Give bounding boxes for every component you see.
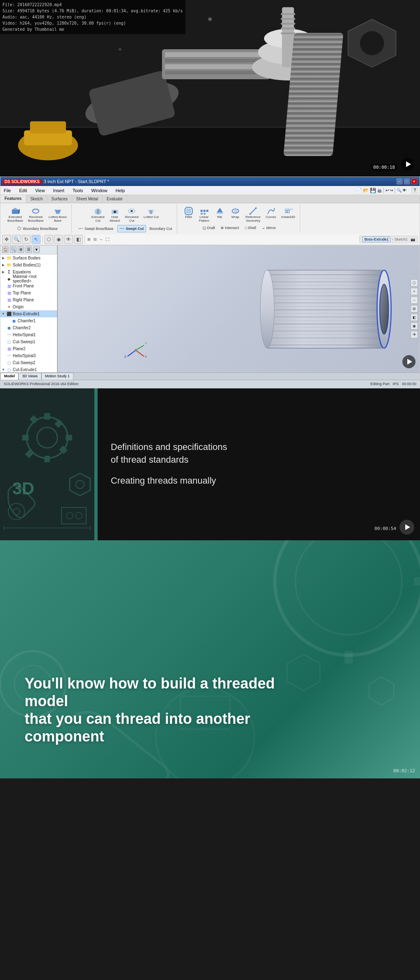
pan-button[interactable]: ✥ — [2, 235, 11, 244]
swept-boss-base-button[interactable]: 〰 Swept Boss/Base — [76, 225, 116, 232]
icon-1[interactable]: ⊞ — [87, 237, 91, 241]
menu-tools[interactable]: Tools — [71, 188, 85, 193]
tree-item-cut-sweep1[interactable]: ◻ Cut-Sweep1 — [0, 338, 57, 345]
label-helix-spiral3: Helix/Spiral3 — [13, 353, 36, 358]
menu-insert[interactable]: Insert — [51, 188, 66, 193]
select-btn[interactable]: ↖ — [32, 235, 41, 244]
fillet-button[interactable]: Fillet — [181, 205, 196, 224]
toolbar-open[interactable]: 📂 — [363, 188, 369, 193]
tree-item-surface-bodies[interactable]: ▶ 📁 Surface Bodies — [0, 255, 57, 262]
zoom-out-btn[interactable]: − — [411, 296, 418, 304]
tab-features[interactable]: Features — [0, 195, 26, 203]
svg-rect-42 — [186, 209, 191, 213]
tree-item-cut-sweep2[interactable]: ◻ Cut-Sweep2 — [0, 359, 57, 366]
intersect-button[interactable]: ⊕ Intersect — [219, 225, 241, 231]
icon-3[interactable]: ↔ — [99, 237, 103, 241]
wrap-button[interactable]: W Wrap — [228, 205, 243, 224]
zoom-fit-btn[interactable]: ⊞ — [411, 305, 418, 312]
rib-button[interactable]: Rib — [212, 205, 227, 224]
toolbar-new[interactable]: 📄 — [356, 188, 362, 193]
expand-helix-spiral1 — [1, 333, 5, 337]
extruded-boss-base-button[interactable]: ExtrudedBoss/Base — [5, 205, 25, 224]
path-camera-icon[interactable]: 📷 — [411, 237, 415, 241]
tree-item-plane2[interactable]: ▦ Plane2 — [0, 345, 57, 352]
tree-item-boss-extrude1[interactable]: ▼ ⬛ Boss-Extrude1 — [0, 310, 57, 317]
tab-sketch[interactable]: Sketch — [26, 195, 48, 203]
tab-sheet-metal[interactable]: Sheet Metal — [72, 195, 103, 203]
tree-item-helix-spiral1[interactable]: 〰 Helix/Spiral1 — [0, 331, 57, 338]
tree-expand-btn[interactable]: ▼ — [33, 246, 40, 253]
view-hide-btn[interactable]: 👁 — [411, 331, 418, 338]
hole-wizard-button[interactable]: HoleWizard — [107, 205, 122, 224]
tab-evaluate[interactable]: Evaluate — [103, 195, 127, 203]
tree-item-chamfer1[interactable]: ◼ Chamfer1 — [0, 317, 57, 324]
revolved-boss-base-button[interactable]: RevolvedBoss/Base — [26, 205, 46, 224]
curves-button[interactable]: Curves — [264, 205, 278, 224]
zoom-btn[interactable]: 🔍 — [12, 235, 21, 244]
path-item-boss[interactable]: Boss-Extrude1 — [362, 236, 390, 242]
menu-edit[interactable]: Edit — [18, 188, 29, 193]
shell-button[interactable]: □ Shell — [243, 225, 258, 231]
lofted-boss-base-button[interactable]: Lofted Boss/Base — [47, 205, 69, 224]
revolved-cut-button[interactable]: RevolvedCut — [123, 205, 141, 224]
tree-item-top-plane[interactable]: ▦ Top Plane — [0, 289, 57, 296]
swept-cut-button[interactable]: 〰 Swept Cut — [117, 225, 146, 232]
hide-show-btn[interactable]: 👁 — [64, 235, 73, 244]
tree-item-cut-extrude1[interactable]: ▼ ◻ Cut-Extrude1 — [0, 366, 57, 372]
toolbar-separator-2 — [395, 188, 395, 193]
icon-2[interactable]: ⊟ — [94, 237, 97, 241]
fillet-buttons: Fillet LinearPattern Rib W — [181, 205, 297, 224]
intro-play-button[interactable] — [399, 520, 414, 535]
toolbar-save[interactable]: 💾 — [370, 188, 376, 193]
tree-item-solid-bodies[interactable]: ▶ 📁 Solid Bodies(1) — [0, 262, 57, 269]
view-3d-btn[interactable]: ◉ — [411, 322, 418, 330]
extruded-cut-button[interactable]: ExtrudedCut — [89, 205, 107, 224]
tab-3d-views[interactable]: 3D Views — [18, 373, 41, 380]
tab-motion-study[interactable]: Motion Study 1 — [41, 373, 73, 380]
view-select[interactable]: 👁 — [402, 188, 406, 193]
zoom-select[interactable]: 🔍 — [397, 188, 402, 193]
draft-button[interactable]: ◱ Draft — [201, 225, 217, 231]
menu-file[interactable]: File — [2, 188, 13, 193]
lofted-cut-button[interactable]: Lofted Cut — [142, 205, 161, 224]
linear-pattern-button[interactable]: LinearPattern — [197, 205, 212, 224]
svg-rect-96 — [44, 413, 50, 420]
toolbar-print[interactable]: 🖨️ — [377, 188, 382, 193]
tab-model[interactable]: Model — [0, 373, 18, 380]
minimize-button[interactable]: ─ — [397, 179, 402, 184]
tree-search-btn[interactable]: 🔍 — [10, 246, 16, 253]
maximize-button[interactable]: □ — [404, 179, 410, 184]
tree-item-front-plane[interactable]: ▦ Front Plane — [0, 282, 57, 289]
menu-window[interactable]: Window — [90, 188, 109, 193]
tab-surfaces[interactable]: Surfaces — [47, 195, 72, 203]
instant3d-button[interactable]: 3Dinstant Instant3D — [279, 205, 297, 224]
reference-geometry-button[interactable]: ReferenceGeometry — [244, 205, 263, 224]
viewport-play-btn[interactable] — [402, 355, 415, 368]
view-cube-btn[interactable]: ⬡ — [411, 279, 418, 287]
help-btn[interactable]: ? — [411, 187, 418, 193]
tree-settings-btn[interactable]: ⚙ — [18, 246, 24, 253]
display-btn[interactable]: ◉ — [54, 235, 63, 244]
tree-item-right-plane[interactable]: ▦ Right Plane — [0, 296, 57, 303]
boundary-boss-base-button[interactable]: ⬡ Boundary Boss/Base — [14, 225, 59, 232]
tree-home-btn[interactable]: 🏠 — [2, 246, 9, 253]
mirror-button[interactable]: ⫠ Mirror — [260, 225, 278, 231]
menu-view[interactable]: View — [34, 188, 47, 193]
toolbar-redo[interactable]: ↪ — [390, 188, 393, 193]
tree-item-material[interactable]: ◈ Material <not specified> — [0, 275, 57, 282]
view-section-btn[interactable]: ◧ — [411, 314, 418, 321]
menu-help[interactable]: Help — [114, 188, 127, 193]
boundary-cut-button[interactable]: Boundary Cut — [148, 225, 174, 232]
play-button-1[interactable] — [401, 158, 414, 171]
tree-item-chamfer2[interactable]: ◼ Chamfer2 — [0, 324, 57, 331]
rotate-btn[interactable]: ↻ — [22, 235, 31, 244]
tree-item-helix-spiral3[interactable]: 〰 Helix/Spiral3 — [0, 352, 57, 359]
icon-4[interactable]: ⛶ — [106, 237, 110, 241]
tree-item-origin[interactable]: ✦ Origin — [0, 303, 57, 310]
close-button[interactable]: ✕ — [411, 179, 417, 184]
toolbar-undo[interactable]: ↩ — [386, 188, 389, 193]
view-orient-btn[interactable]: ⬡ — [44, 235, 53, 244]
zoom-in-btn[interactable]: + — [411, 288, 418, 295]
section-view-btn[interactable]: ◧ — [74, 235, 83, 244]
tree-filter-btn[interactable]: ☰ — [25, 246, 32, 253]
